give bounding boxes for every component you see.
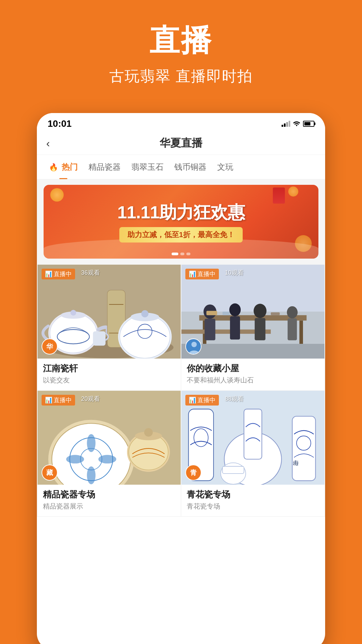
status-time: 10:01	[48, 118, 72, 129]
promo-banner[interactable]: 11.11助力狂欢惠 助力立减，低至1折，最高全免！	[44, 185, 318, 259]
bar-chart-icon-2: 📊	[189, 270, 196, 278]
svg-rect-32	[206, 311, 217, 315]
svg-rect-22	[299, 321, 303, 344]
live-info-4: 青花瓷专场 青花瓷专场	[181, 485, 324, 516]
banner-subtitle: 助力立减，低至1折，最高全免！	[127, 230, 235, 240]
coin-decoration-1	[50, 188, 64, 202]
live-card-4[interactable]: 青花 寿山 📊 直播中 88观看 青 青花瓷专场 青花瓷专场	[181, 391, 324, 516]
banner-dots	[172, 253, 190, 255]
tab-porcelain-label: 精品瓷器	[88, 162, 121, 171]
live-label-1: 直播中	[54, 270, 72, 278]
live-label-4: 直播中	[197, 396, 216, 404]
fire-icon: 🔥	[49, 163, 58, 171]
tab-coins-label: 钱币铜器	[174, 162, 206, 171]
tab-coins[interactable]: 钱币铜器	[169, 155, 212, 179]
svg-point-36	[191, 342, 197, 347]
tab-jade[interactable]: 翡翠玉石	[126, 155, 169, 179]
live-badge-2: 📊 直播中	[185, 269, 219, 279]
live-info-1: 江南瓷轩 以瓷交友	[38, 359, 181, 390]
thumbnail-1: 📊 直播中 36观看 华	[38, 265, 181, 359]
svg-point-12	[120, 315, 170, 358]
svg-point-6	[70, 310, 76, 316]
live-desc-4: 青花瓷专场	[187, 502, 319, 511]
viewers-count-4: 88观看	[225, 395, 244, 403]
tab-hot-label: 热门	[62, 162, 78, 171]
tab-porcelain[interactable]: 精品瓷器	[83, 155, 126, 179]
page-subtitle: 古玩翡翠 直播即时拍	[13, 66, 349, 86]
tab-antiques[interactable]: 文玩	[212, 155, 239, 179]
svg-rect-57	[292, 416, 315, 481]
tab-antiques-label: 文玩	[217, 162, 233, 171]
svg-rect-60	[223, 466, 244, 473]
live-badge-1: 📊 直播中	[42, 269, 75, 279]
nav-title: 华夏直播	[62, 136, 300, 151]
tab-jade-label: 翡翠玉石	[131, 162, 164, 171]
live-card-3[interactable]: 📊 直播中 20观看 藏 精品瓷器专场 精品瓷器展示	[38, 391, 181, 516]
live-grid: 📊 直播中 36观看 华 江南瓷轩 以瓷交友	[37, 264, 325, 517]
svg-rect-16	[93, 331, 105, 346]
svg-rect-29	[255, 318, 265, 340]
status-icons	[282, 119, 314, 128]
avatar-3: 藏	[42, 465, 58, 481]
viewers-count-3: 20观看	[81, 395, 100, 403]
svg-rect-33	[223, 312, 230, 315]
live-card-2[interactable]: 📊 直播中 10观看 你的收藏小屋 不要和福州人谈寿山石	[181, 265, 324, 390]
avatar-4: 青	[185, 465, 201, 481]
dot-2[interactable]	[180, 253, 184, 255]
svg-point-43	[87, 434, 96, 452]
svg-rect-34	[271, 312, 280, 315]
svg-rect-19	[181, 344, 324, 359]
viewers-count-1: 36观看	[81, 269, 100, 277]
thumbnail-4: 青花 寿山 📊 直播中 88观看 青	[181, 391, 324, 485]
svg-point-15	[141, 310, 148, 317]
svg-point-50	[144, 428, 153, 437]
live-name-2: 你的收藏小屋	[187, 363, 319, 374]
live-badge-3: 📊 直播中	[42, 395, 75, 406]
battery-icon	[303, 121, 314, 127]
avatar-1: 华	[42, 338, 58, 355]
status-bar: 10:01	[37, 113, 325, 132]
live-card-1[interactable]: 📊 直播中 36观看 华 江南瓷轩 以瓷交友	[38, 265, 181, 390]
svg-point-44	[87, 466, 96, 484]
thumbnail-2: 📊 直播中 10观看	[181, 265, 324, 359]
phone-mockup: 10:01 ‹ 华夏直播 🔥 热	[37, 113, 325, 644]
bar-chart-icon-3: 📊	[45, 396, 52, 404]
banner-section: 11.11助力狂欢惠 助力立减，低至1折，最高全免！	[37, 179, 325, 264]
header-section: 直播 古玩翡翠 直播即时拍	[0, 0, 362, 100]
dot-3[interactable]	[186, 253, 190, 255]
back-button[interactable]: ‹	[46, 137, 62, 150]
category-tabs: 🔥 热门 精品瓷器 翡翠玉石 钱币铜器 文玩	[37, 155, 325, 179]
dot-1[interactable]	[172, 253, 178, 255]
live-desc-3: 精品瓷器展示	[43, 502, 175, 511]
svg-rect-31	[288, 318, 297, 340]
app-navbar: ‹ 华夏直播	[37, 132, 325, 155]
live-desc-2: 不要和福州人谈寿山石	[187, 376, 319, 385]
page-title: 直播	[13, 20, 349, 61]
tab-hot[interactable]: 🔥 热门	[44, 155, 83, 179]
avatar-2	[185, 338, 201, 355]
svg-rect-56	[244, 409, 262, 459]
app-logo-text: 华夏直播	[160, 137, 202, 149]
bar-chart-icon-1: 📊	[45, 270, 52, 278]
svg-rect-27	[230, 316, 240, 339]
live-label-3: 直播中	[54, 396, 72, 404]
live-info-2: 你的收藏小屋 不要和福州人谈寿山石	[181, 359, 324, 390]
bar-chart-icon-4: 📊	[189, 396, 196, 404]
banner-title: 11.11助力狂欢惠	[117, 201, 245, 224]
live-name-1: 江南瓷轩	[43, 363, 175, 374]
live-label-2: 直播中	[197, 270, 216, 278]
wifi-icon	[293, 119, 300, 128]
svg-rect-25	[204, 319, 215, 340]
svg-point-45	[66, 455, 84, 464]
coin-decoration-2	[288, 186, 298, 197]
viewers-count-2: 10观看	[225, 269, 244, 277]
svg-point-46	[98, 455, 116, 464]
live-badge-4: 📊 直播中	[185, 395, 219, 406]
live-name-3: 精品瓷器专场	[43, 489, 175, 500]
banner-subtitle-wrap: 助力立减，低至1折，最高全免！	[119, 227, 243, 243]
live-info-3: 精品瓷器专场 精品瓷器展示	[38, 485, 181, 516]
signal-icon	[282, 121, 290, 127]
red-packet-decoration	[273, 187, 285, 204]
live-desc-1: 以瓷交友	[43, 376, 175, 385]
svg-point-26	[229, 303, 241, 316]
